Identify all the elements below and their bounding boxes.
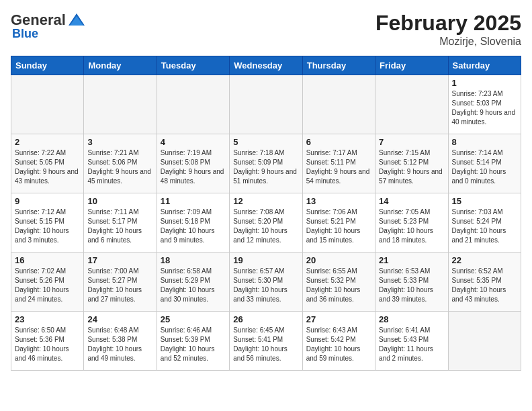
- day-info: Sunrise: 7:19 AM Sunset: 5:08 PM Dayligh…: [161, 148, 226, 186]
- day-cell: 7Sunrise: 7:15 AM Sunset: 5:12 PM Daylig…: [375, 134, 448, 193]
- day-cell: 4Sunrise: 7:19 AM Sunset: 5:08 PM Daylig…: [157, 134, 229, 193]
- day-info: Sunrise: 6:46 AM Sunset: 5:39 PM Dayligh…: [161, 326, 226, 363]
- day-info: Sunrise: 7:17 AM Sunset: 5:11 PM Dayligh…: [306, 148, 371, 186]
- day-number: 21: [379, 255, 444, 265]
- day-number: 25: [161, 314, 226, 324]
- day-number: 27: [306, 314, 371, 324]
- day-info: Sunrise: 7:23 AM Sunset: 5:03 PM Dayligh…: [452, 89, 517, 127]
- day-number: 11: [161, 196, 226, 206]
- day-info: Sunrise: 6:58 AM Sunset: 5:29 PM Dayligh…: [161, 267, 226, 304]
- day-number: 6: [306, 137, 371, 147]
- day-number: 19: [233, 255, 298, 265]
- day-number: 4: [161, 137, 226, 147]
- day-number: 12: [233, 196, 298, 206]
- day-number: 13: [306, 196, 371, 206]
- day-cell: 3Sunrise: 7:21 AM Sunset: 5:06 PM Daylig…: [84, 134, 157, 193]
- day-info: Sunrise: 7:22 AM Sunset: 5:05 PM Dayligh…: [15, 148, 80, 186]
- col-header-wednesday: Wednesday: [230, 56, 302, 75]
- day-info: Sunrise: 7:21 AM Sunset: 5:06 PM Dayligh…: [87, 148, 152, 186]
- day-info: Sunrise: 6:55 AM Sunset: 5:32 PM Dayligh…: [306, 267, 371, 304]
- day-cell: 23Sunrise: 6:50 AM Sunset: 5:36 PM Dayli…: [11, 312, 84, 371]
- day-number: 9: [15, 196, 80, 206]
- day-cell: 26Sunrise: 6:45 AM Sunset: 5:41 PM Dayli…: [230, 312, 302, 371]
- day-cell: [230, 75, 302, 134]
- day-number: 10: [87, 196, 152, 206]
- day-cell: 10Sunrise: 7:11 AM Sunset: 5:17 PM Dayli…: [84, 193, 157, 253]
- day-number: 5: [233, 137, 298, 147]
- day-cell: 16Sunrise: 7:02 AM Sunset: 5:26 PM Dayli…: [11, 253, 84, 312]
- day-info: Sunrise: 6:45 AM Sunset: 5:41 PM Dayligh…: [233, 326, 298, 363]
- day-number: 8: [452, 137, 517, 147]
- day-cell: 25Sunrise: 6:46 AM Sunset: 5:39 PM Dayli…: [157, 312, 229, 371]
- col-header-sunday: Sunday: [11, 56, 84, 75]
- day-cell: 14Sunrise: 7:05 AM Sunset: 5:23 PM Dayli…: [375, 193, 448, 253]
- day-cell: 27Sunrise: 6:43 AM Sunset: 5:42 PM Dayli…: [302, 312, 375, 371]
- day-cell: 17Sunrise: 7:00 AM Sunset: 5:27 PM Dayli…: [84, 253, 157, 312]
- day-info: Sunrise: 7:12 AM Sunset: 5:15 PM Dayligh…: [15, 208, 80, 245]
- calendar-table: SundayMondayTuesdayWednesdayThursdayFrid…: [11, 56, 521, 371]
- day-cell: 2Sunrise: 7:22 AM Sunset: 5:05 PM Daylig…: [11, 134, 84, 193]
- day-number: 2: [15, 137, 80, 147]
- day-cell: 6Sunrise: 7:17 AM Sunset: 5:11 PM Daylig…: [302, 134, 375, 193]
- day-number: 1: [452, 78, 517, 88]
- week-row-4: 23Sunrise: 6:50 AM Sunset: 5:36 PM Dayli…: [11, 312, 521, 371]
- day-info: Sunrise: 7:00 AM Sunset: 5:27 PM Dayligh…: [87, 267, 152, 304]
- day-number: 28: [379, 314, 444, 324]
- month-year: February 2025: [375, 11, 521, 36]
- col-header-monday: Monday: [84, 56, 157, 75]
- month-title: February 2025 Mozirje, Slovenia: [375, 11, 521, 48]
- location: Mozirje, Slovenia: [375, 36, 521, 48]
- day-info: Sunrise: 6:50 AM Sunset: 5:36 PM Dayligh…: [15, 326, 80, 363]
- day-info: Sunrise: 7:18 AM Sunset: 5:09 PM Dayligh…: [233, 148, 298, 186]
- day-number: 22: [452, 255, 517, 265]
- logo-icon: [67, 11, 86, 30]
- col-header-thursday: Thursday: [302, 56, 375, 75]
- day-number: 20: [306, 255, 371, 265]
- day-cell: 11Sunrise: 7:09 AM Sunset: 5:18 PM Dayli…: [157, 193, 229, 253]
- day-info: Sunrise: 7:08 AM Sunset: 5:20 PM Dayligh…: [233, 208, 298, 245]
- day-number: 26: [233, 314, 298, 324]
- day-cell: [84, 75, 157, 134]
- day-cell: 20Sunrise: 6:55 AM Sunset: 5:32 PM Dayli…: [302, 253, 375, 312]
- day-info: Sunrise: 6:57 AM Sunset: 5:30 PM Dayligh…: [233, 267, 298, 304]
- day-number: 14: [379, 196, 444, 206]
- day-info: Sunrise: 7:15 AM Sunset: 5:12 PM Dayligh…: [379, 148, 444, 186]
- day-cell: 12Sunrise: 7:08 AM Sunset: 5:20 PM Dayli…: [230, 193, 302, 253]
- day-cell: 5Sunrise: 7:18 AM Sunset: 5:09 PM Daylig…: [230, 134, 302, 193]
- logo: General Blue: [11, 11, 86, 41]
- day-info: Sunrise: 7:11 AM Sunset: 5:17 PM Dayligh…: [87, 208, 152, 245]
- logo-blue-text: Blue: [12, 27, 38, 41]
- day-number: 7: [379, 137, 444, 147]
- week-row-3: 16Sunrise: 7:02 AM Sunset: 5:26 PM Dayli…: [11, 253, 521, 312]
- day-info: Sunrise: 6:52 AM Sunset: 5:35 PM Dayligh…: [452, 267, 517, 304]
- day-number: 18: [161, 255, 226, 265]
- day-number: 16: [15, 255, 80, 265]
- page-header: General Blue February 2025 Mozirje, Slov…: [11, 11, 521, 48]
- day-info: Sunrise: 7:05 AM Sunset: 5:23 PM Dayligh…: [379, 208, 444, 245]
- day-info: Sunrise: 7:09 AM Sunset: 5:18 PM Dayligh…: [161, 208, 226, 245]
- day-info: Sunrise: 7:03 AM Sunset: 5:24 PM Dayligh…: [452, 208, 517, 245]
- col-header-tuesday: Tuesday: [157, 56, 229, 75]
- col-header-saturday: Saturday: [448, 56, 521, 75]
- day-cell: 1Sunrise: 7:23 AM Sunset: 5:03 PM Daylig…: [448, 75, 521, 134]
- day-cell: [448, 312, 521, 371]
- day-info: Sunrise: 7:06 AM Sunset: 5:21 PM Dayligh…: [306, 208, 371, 245]
- week-row-0: 1Sunrise: 7:23 AM Sunset: 5:03 PM Daylig…: [11, 75, 521, 134]
- day-cell: 21Sunrise: 6:53 AM Sunset: 5:33 PM Dayli…: [375, 253, 448, 312]
- day-info: Sunrise: 6:41 AM Sunset: 5:43 PM Dayligh…: [379, 326, 444, 363]
- day-cell: 9Sunrise: 7:12 AM Sunset: 5:15 PM Daylig…: [11, 193, 84, 253]
- day-cell: 28Sunrise: 6:41 AM Sunset: 5:43 PM Dayli…: [375, 312, 448, 371]
- day-cell: 13Sunrise: 7:06 AM Sunset: 5:21 PM Dayli…: [302, 193, 375, 253]
- week-row-2: 9Sunrise: 7:12 AM Sunset: 5:15 PM Daylig…: [11, 193, 521, 253]
- day-cell: 18Sunrise: 6:58 AM Sunset: 5:29 PM Dayli…: [157, 253, 229, 312]
- week-row-1: 2Sunrise: 7:22 AM Sunset: 5:05 PM Daylig…: [11, 134, 521, 193]
- col-header-friday: Friday: [375, 56, 448, 75]
- day-info: Sunrise: 7:02 AM Sunset: 5:26 PM Dayligh…: [15, 267, 80, 304]
- day-cell: [302, 75, 375, 134]
- day-cell: [375, 75, 448, 134]
- day-cell: 24Sunrise: 6:48 AM Sunset: 5:38 PM Dayli…: [84, 312, 157, 371]
- day-cell: 15Sunrise: 7:03 AM Sunset: 5:24 PM Dayli…: [448, 193, 521, 253]
- day-number: 23: [15, 314, 80, 324]
- day-cell: 22Sunrise: 6:52 AM Sunset: 5:35 PM Dayli…: [448, 253, 521, 312]
- day-number: 17: [87, 255, 152, 265]
